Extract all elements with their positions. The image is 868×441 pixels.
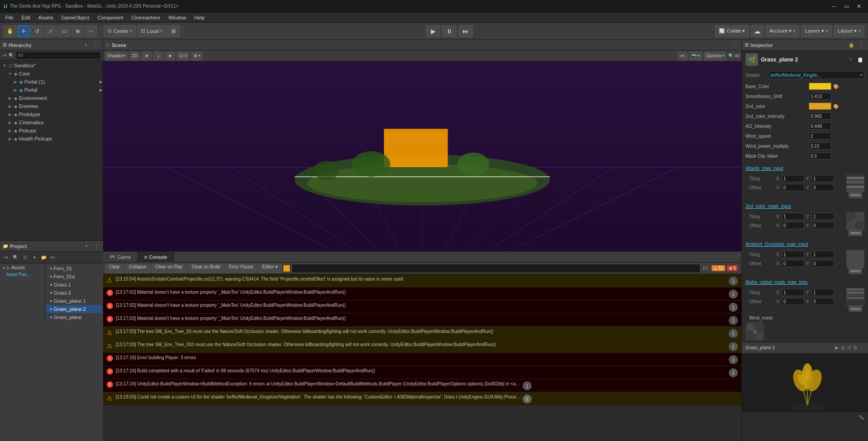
hierarchy-item-portal1[interactable]: ▶ ◈ Portal (1) ▶ [0, 78, 103, 86]
console-entry[interactable]: ! [13:17:24] UnityEditor.BuildPlayerWind… [103, 379, 741, 392]
layers-dropdown[interactable]: Layers ▾ ▾ [801, 25, 832, 37]
error-pause-btn[interactable]: Error Pause [225, 264, 257, 273]
hierarchy-item-cinematics[interactable]: ▶ ◈ Cinematics [0, 118, 103, 127]
step-button[interactable]: ⏭ [458, 25, 473, 37]
mask-clip-input[interactable] [809, 152, 831, 160]
scale-tool[interactable]: ⤢ [44, 25, 57, 37]
scene-audio-icon[interactable]: ♪ [153, 52, 163, 61]
console-tab[interactable]: ≡ Console [138, 252, 174, 263]
console-entry[interactable]: ! [13:17:16] Error building Player: 3 er… [103, 353, 741, 366]
play-button[interactable]: ▶ [426, 25, 440, 37]
ao-select-btn[interactable]: Select [849, 268, 862, 274]
scene-light-icon[interactable]: ☀ [142, 52, 151, 61]
alpha-thumbnail[interactable] [846, 288, 864, 306]
2nd-offset-x-input[interactable] [782, 222, 804, 229]
file-item-grassplane[interactable]: ● Grass_plane [46, 313, 102, 321]
console-menu-btn[interactable]: ⋮ [733, 253, 741, 261]
expand-arrow-icon[interactable]: ▼ [7, 72, 13, 76]
pause-button[interactable]: ⏸ [442, 25, 457, 37]
settings-icon[interactable]: ⚙ [853, 343, 858, 352]
smoothness-input[interactable] [809, 93, 831, 100]
project-assets-root[interactable]: ▼ ▷ Assets [0, 264, 45, 271]
hierarchy-item-core[interactable]: ▼ ◈ Core [0, 70, 103, 78]
console-entry[interactable]: ! [13:17:02] Material doesn't have a tex… [103, 287, 741, 300]
albedo-offset-x[interactable] [782, 184, 804, 191]
clear-on-play-btn[interactable]: Clear on Play [151, 264, 187, 273]
project-menu-btn[interactable]: ⋮ [92, 242, 100, 250]
pause-icon[interactable]: ⏸ [840, 343, 845, 352]
shading-mode-dropdown[interactable]: Shaded ▾ [105, 52, 127, 61]
rotate-tool[interactable]: ↺ [31, 25, 43, 37]
lock-icon[interactable]: 🔒 [847, 41, 855, 49]
transform-center-dropdown[interactable]: ⊙ Center ▾ [104, 25, 136, 37]
shader-value-btn[interactable]: beffio/Medieval_Kingdo... ▾ [768, 71, 864, 79]
menu-gameobject[interactable]: GameObject [58, 14, 93, 21]
hierarchy-item-pickups[interactable]: ▶ ◈ Pickups [0, 127, 103, 135]
move-tool[interactable]: ✛ [17, 25, 30, 37]
expand-arrow-icon[interactable]: ▶ [7, 129, 13, 133]
expand-arrow-icon[interactable]: ▼ [2, 64, 7, 68]
hierarchy-menu-btn[interactable]: ⋮ [92, 41, 100, 49]
2nd-color-swatch[interactable] [809, 103, 831, 110]
console-entry[interactable]: ! [13:17:02] Material doesn't have a tex… [103, 300, 741, 314]
file-item-grassplane2[interactable]: ● Grass_plane 2 [46, 305, 102, 313]
menu-window[interactable]: Window [165, 14, 190, 21]
project-add-btn2[interactable]: +▾ [2, 253, 10, 262]
alpha-offset-x-input[interactable] [782, 298, 804, 305]
minimize-button[interactable]: ─ [828, 2, 839, 10]
collapse-btn[interactable]: Collapse [125, 264, 151, 273]
inspector-menu-btn[interactable]: ⋮ [857, 41, 865, 49]
base-color-swatch[interactable] [809, 83, 831, 90]
help-icon[interactable]: ? [846, 56, 854, 64]
grid-toggle[interactable]: ⊞ [167, 25, 180, 37]
custom-tool[interactable]: ⋯ [85, 25, 98, 37]
project-star-icon[interactable]: ★ [30, 253, 38, 262]
alpha-tiling-y-input[interactable] [811, 289, 834, 296]
2nd-color-mask-label[interactable]: 2nd_color_mask_input [745, 204, 791, 209]
account-dropdown[interactable]: Account ▾ ▾ [765, 25, 799, 37]
scene-overlay1[interactable]: ⓪ 0 [177, 52, 189, 61]
file-item-grass2[interactable]: ● Grass 2 [46, 289, 102, 297]
2nd-tiling-x-input[interactable] [782, 213, 804, 220]
ao-offset-y-input[interactable] [811, 260, 834, 267]
editor-dropdown-btn[interactable]: Editor ▾ [258, 264, 282, 273]
alpha-tiling-x-input[interactable] [782, 289, 804, 296]
maximize-button[interactable]: ▭ [841, 2, 852, 10]
expand-arrow-icon[interactable]: ▶ [13, 80, 18, 84]
alpha-offset-y-input[interactable] [811, 298, 834, 305]
scene-transform-icon[interactable]: ✂ [678, 52, 688, 61]
hierarchy-item-enemies[interactable]: ▶ ◈ Enemies [0, 102, 103, 110]
wind-noise-thumbnail[interactable] [745, 322, 764, 340]
hierarchy-add-btn[interactable]: + [82, 41, 90, 49]
more-icon[interactable]: ⋮ [859, 343, 864, 352]
ao-thumbnail[interactable] [846, 250, 864, 268]
item-menu-icon[interactable]: ⋮ [94, 61, 103, 70]
wind-power-input[interactable] [809, 142, 831, 150]
hierarchy-item-portal[interactable]: ▶ ◈ Portal ▶ [0, 86, 103, 94]
albedo-select-btn[interactable]: Select [849, 192, 862, 198]
2nd-tiling-y-input[interactable] [811, 213, 834, 220]
play-icon[interactable]: ▶ [835, 343, 839, 352]
menu-file[interactable]: File [2, 14, 17, 21]
menu-component[interactable]: Component [94, 14, 127, 21]
file-item-grass1[interactable]: ● Grass 1 [46, 281, 102, 289]
menu-edit[interactable]: Edit [18, 14, 34, 21]
hierarchy-add-icon[interactable]: +▾ [2, 53, 7, 58]
project-search-icon[interactable]: 🔍 [11, 253, 19, 262]
ao-intensity-input[interactable] [809, 122, 831, 130]
2nd-select-btn[interactable]: Select [849, 230, 862, 236]
alpha-select-btn[interactable]: Select [849, 306, 862, 312]
hand-tool[interactable]: ✋ [4, 25, 16, 37]
scene-fx-icon[interactable]: ✦ [165, 52, 175, 61]
collab-dropdown[interactable]: 🔄 Collab ▾ [715, 25, 749, 37]
game-tab[interactable]: 🎮 Game [103, 252, 138, 263]
expand-icon[interactable]: ⤡ [859, 413, 864, 422]
console-entry[interactable]: ⚠ [13:19:03] Could not create a custom U… [103, 392, 741, 405]
2nd-offset-y-input[interactable] [811, 222, 834, 229]
2nd-intensity-input[interactable] [809, 113, 831, 120]
transform-tool[interactable]: ⊕ [71, 25, 84, 37]
albedo-thumbnail[interactable] [846, 174, 864, 192]
view-2d-btn[interactable]: 2D [129, 52, 140, 61]
expand-arrow-icon[interactable]: ▶ [7, 104, 13, 108]
console-entry[interactable]: ! [13:17:24] Build completed with a resu… [103, 366, 741, 379]
